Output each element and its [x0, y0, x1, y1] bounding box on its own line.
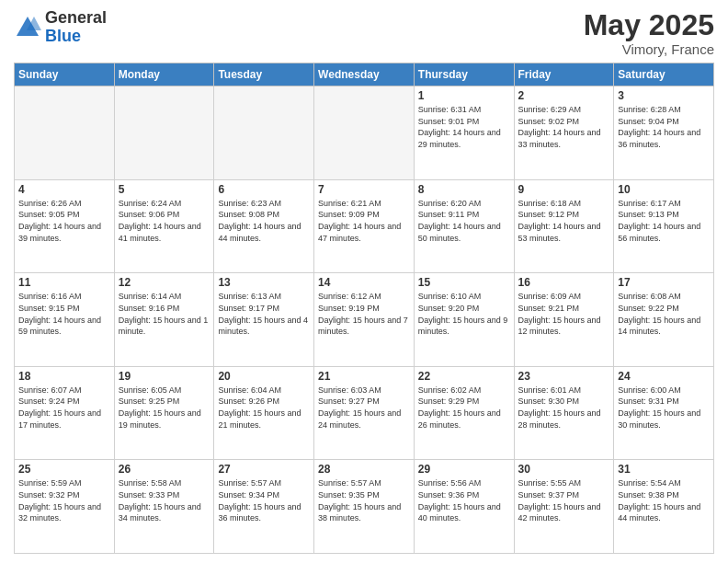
logo: General Blue: [14, 9, 107, 46]
day-cell: 15Sunrise: 6:10 AM Sunset: 9:20 PM Dayli…: [414, 273, 514, 367]
day-cell: 9Sunrise: 6:18 AM Sunset: 9:12 PM Daylig…: [514, 179, 614, 273]
day-number: 8: [418, 183, 510, 196]
day-number: 19: [119, 370, 210, 383]
day-cell: [214, 86, 314, 180]
day-number: 9: [518, 183, 610, 196]
day-number: 10: [618, 183, 710, 196]
day-info: Sunrise: 5:54 AM Sunset: 9:38 PM Dayligh…: [618, 477, 710, 523]
day-info: Sunrise: 5:57 AM Sunset: 9:34 PM Dayligh…: [218, 477, 310, 523]
day-number: 2: [518, 89, 610, 102]
day-info: Sunrise: 6:29 AM Sunset: 9:02 PM Dayligh…: [518, 104, 610, 150]
calendar-table: Sunday Monday Tuesday Wednesday Thursday…: [14, 63, 714, 554]
day-cell: 18Sunrise: 6:07 AM Sunset: 9:24 PM Dayli…: [15, 366, 115, 460]
day-number: 25: [18, 463, 110, 476]
day-number: 7: [318, 183, 410, 196]
day-info: Sunrise: 6:08 AM Sunset: 9:22 PM Dayligh…: [618, 291, 710, 337]
page: General Blue May 2025 Vimory, France Sun…: [0, 0, 728, 563]
day-info: Sunrise: 6:07 AM Sunset: 9:24 PM Dayligh…: [18, 385, 110, 431]
day-info: Sunrise: 6:26 AM Sunset: 9:05 PM Dayligh…: [18, 198, 110, 244]
day-cell: 6Sunrise: 6:23 AM Sunset: 9:08 PM Daylig…: [214, 179, 314, 273]
day-cell: 26Sunrise: 5:58 AM Sunset: 9:33 PM Dayli…: [114, 460, 214, 554]
week-row-3: 11Sunrise: 6:16 AM Sunset: 9:15 PM Dayli…: [15, 273, 714, 367]
day-info: Sunrise: 6:13 AM Sunset: 9:17 PM Dayligh…: [218, 291, 310, 337]
day-cell: 3Sunrise: 6:28 AM Sunset: 9:04 PM Daylig…: [614, 86, 714, 180]
day-cell: 17Sunrise: 6:08 AM Sunset: 9:22 PM Dayli…: [614, 273, 714, 367]
day-info: Sunrise: 5:57 AM Sunset: 9:35 PM Dayligh…: [318, 477, 410, 523]
day-cell: 24Sunrise: 6:00 AM Sunset: 9:31 PM Dayli…: [614, 366, 714, 460]
day-info: Sunrise: 6:31 AM Sunset: 9:01 PM Dayligh…: [418, 104, 510, 150]
day-info: Sunrise: 6:04 AM Sunset: 9:26 PM Dayligh…: [218, 385, 310, 431]
day-number: 3: [618, 89, 710, 102]
day-number: 29: [418, 463, 510, 476]
day-number: 1: [418, 89, 510, 102]
col-saturday: Saturday: [614, 63, 714, 86]
day-cell: 23Sunrise: 6:01 AM Sunset: 9:30 PM Dayli…: [514, 366, 614, 460]
day-info: Sunrise: 6:14 AM Sunset: 9:16 PM Dayligh…: [119, 291, 210, 337]
day-number: 22: [418, 370, 510, 383]
day-number: 20: [218, 370, 310, 383]
day-info: Sunrise: 6:12 AM Sunset: 9:19 PM Dayligh…: [318, 291, 410, 337]
day-cell: 19Sunrise: 6:05 AM Sunset: 9:25 PM Dayli…: [114, 366, 214, 460]
day-cell: 12Sunrise: 6:14 AM Sunset: 9:16 PM Dayli…: [114, 273, 214, 367]
day-info: Sunrise: 6:16 AM Sunset: 9:15 PM Dayligh…: [18, 291, 110, 337]
day-cell: 2Sunrise: 6:29 AM Sunset: 9:02 PM Daylig…: [514, 86, 614, 180]
day-number: 13: [218, 276, 310, 289]
day-number: 31: [618, 463, 710, 476]
logo-text: General Blue: [45, 9, 107, 46]
day-info: Sunrise: 6:17 AM Sunset: 9:13 PM Dayligh…: [618, 198, 710, 244]
day-number: 17: [618, 276, 710, 289]
day-info: Sunrise: 6:01 AM Sunset: 9:30 PM Dayligh…: [518, 385, 610, 431]
week-row-5: 25Sunrise: 5:59 AM Sunset: 9:32 PM Dayli…: [15, 460, 714, 554]
day-cell: 8Sunrise: 6:20 AM Sunset: 9:11 PM Daylig…: [414, 179, 514, 273]
day-number: 30: [518, 463, 610, 476]
day-cell: 1Sunrise: 6:31 AM Sunset: 9:01 PM Daylig…: [414, 86, 514, 180]
day-cell: 11Sunrise: 6:16 AM Sunset: 9:15 PM Dayli…: [15, 273, 115, 367]
day-cell: 21Sunrise: 6:03 AM Sunset: 9:27 PM Dayli…: [314, 366, 415, 460]
day-number: 24: [618, 370, 710, 383]
week-row-1: 1Sunrise: 6:31 AM Sunset: 9:01 PM Daylig…: [15, 86, 714, 180]
day-info: Sunrise: 6:20 AM Sunset: 9:11 PM Dayligh…: [418, 198, 510, 244]
day-info: Sunrise: 5:55 AM Sunset: 9:37 PM Dayligh…: [518, 477, 610, 523]
col-monday: Monday: [114, 63, 214, 86]
day-info: Sunrise: 6:09 AM Sunset: 9:21 PM Dayligh…: [518, 291, 610, 337]
day-number: 28: [318, 463, 410, 476]
day-info: Sunrise: 6:00 AM Sunset: 9:31 PM Dayligh…: [618, 385, 710, 431]
day-cell: [15, 86, 115, 180]
day-info: Sunrise: 6:02 AM Sunset: 9:29 PM Dayligh…: [418, 385, 510, 431]
header-row: Sunday Monday Tuesday Wednesday Thursday…: [15, 63, 714, 86]
day-info: Sunrise: 6:21 AM Sunset: 9:09 PM Dayligh…: [318, 198, 410, 244]
day-info: Sunrise: 6:24 AM Sunset: 9:06 PM Dayligh…: [119, 198, 210, 244]
day-cell: 13Sunrise: 6:13 AM Sunset: 9:17 PM Dayli…: [214, 273, 314, 367]
day-number: 23: [518, 370, 610, 383]
day-number: 12: [119, 276, 210, 289]
day-number: 16: [518, 276, 610, 289]
day-cell: 29Sunrise: 5:56 AM Sunset: 9:36 PM Dayli…: [414, 460, 514, 554]
month-year: May 2025: [584, 9, 714, 41]
day-cell: 22Sunrise: 6:02 AM Sunset: 9:29 PM Dayli…: [414, 366, 514, 460]
day-info: Sunrise: 5:59 AM Sunset: 9:32 PM Dayligh…: [18, 477, 110, 523]
day-cell: 25Sunrise: 5:59 AM Sunset: 9:32 PM Dayli…: [15, 460, 115, 554]
day-info: Sunrise: 6:23 AM Sunset: 9:08 PM Dayligh…: [218, 198, 310, 244]
day-number: 26: [119, 463, 210, 476]
col-wednesday: Wednesday: [314, 63, 415, 86]
col-thursday: Thursday: [414, 63, 514, 86]
day-info: Sunrise: 6:05 AM Sunset: 9:25 PM Dayligh…: [119, 385, 210, 431]
logo-general: General: [45, 8, 107, 27]
location: Vimory, France: [584, 41, 714, 57]
day-cell: 16Sunrise: 6:09 AM Sunset: 9:21 PM Dayli…: [514, 273, 614, 367]
day-cell: 30Sunrise: 5:55 AM Sunset: 9:37 PM Dayli…: [514, 460, 614, 554]
day-number: 11: [18, 276, 110, 289]
day-cell: 7Sunrise: 6:21 AM Sunset: 9:09 PM Daylig…: [314, 179, 415, 273]
day-info: Sunrise: 6:03 AM Sunset: 9:27 PM Dayligh…: [318, 385, 410, 431]
day-cell: 27Sunrise: 5:57 AM Sunset: 9:34 PM Dayli…: [214, 460, 314, 554]
day-info: Sunrise: 6:10 AM Sunset: 9:20 PM Dayligh…: [418, 291, 510, 337]
day-number: 21: [318, 370, 410, 383]
day-cell: [314, 86, 415, 180]
logo-blue: Blue: [45, 27, 81, 45]
col-tuesday: Tuesday: [214, 63, 314, 86]
header: General Blue May 2025 Vimory, France: [14, 9, 714, 57]
day-cell: 28Sunrise: 5:57 AM Sunset: 9:35 PM Dayli…: [314, 460, 415, 554]
day-info: Sunrise: 5:58 AM Sunset: 9:33 PM Dayligh…: [119, 477, 210, 523]
day-number: 27: [218, 463, 310, 476]
day-number: 14: [318, 276, 410, 289]
